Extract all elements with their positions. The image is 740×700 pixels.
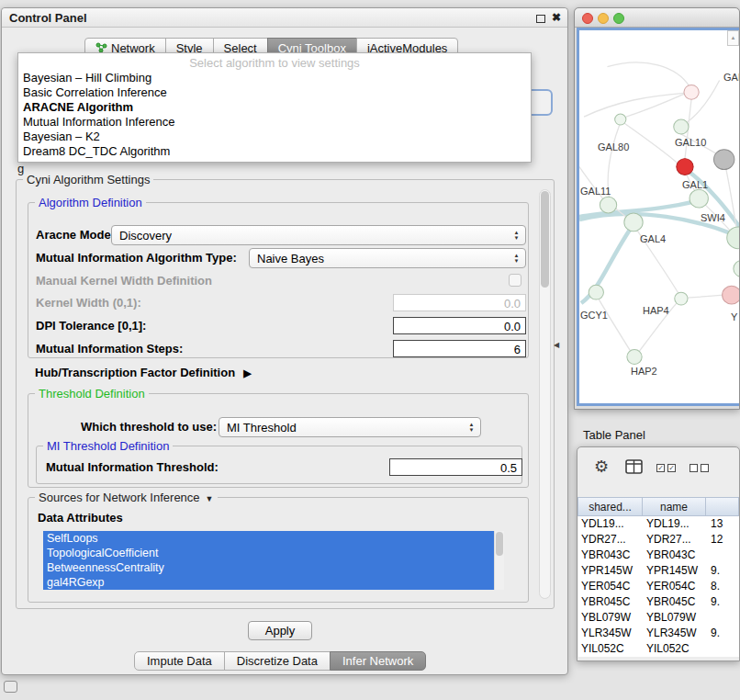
network-node-gal10[interactable]	[677, 159, 693, 175]
select-none-icon[interactable]	[690, 464, 709, 472]
dropdown-item-mutual-information[interactable]: Mutual Information Inference	[18, 115, 531, 130]
network-node-label: GAL10	[675, 137, 706, 148]
close-window-icon[interactable]: ✖	[552, 11, 561, 24]
scrollbar-thumb[interactable]	[496, 532, 503, 556]
attribute-list: SelfLoops TopologicalCoefficient Between…	[43, 531, 504, 590]
dropdown-item-basic-correlation[interactable]: Basic Correlation Inference	[18, 85, 531, 100]
aracne-mode-label: Aracne Mode:	[36, 228, 115, 242]
attribute-item-topologicalcoefficient[interactable]: TopologicalCoefficient	[43, 546, 504, 560]
network-node[interactable]	[615, 114, 626, 125]
gear-icon[interactable]: ⚙	[594, 457, 609, 477]
which-threshold-value: MI Threshold	[227, 421, 297, 435]
dropdown-item-bayesian-k2[interactable]: Bayesian – K2	[18, 130, 531, 144]
table-row[interactable]: YPR145W YPR145W 9.	[578, 563, 739, 579]
select-all-icon[interactable]: ✓ ✓	[656, 464, 676, 472]
float-window-icon[interactable]	[536, 15, 545, 23]
mi-steps-field[interactable]: 6	[393, 340, 526, 357]
attribute-item-gal4rgexp[interactable]: gal4RGexp	[43, 575, 504, 590]
mi-threshold-group: MI Threshold Definition Mutual Informati…	[36, 446, 522, 484]
table-cell	[708, 641, 739, 657]
dropdown-item-bayesian-hill-climbing[interactable]: Bayesian – Hill Climbing	[18, 71, 531, 85]
sources-toggle[interactable]: Sources for Network Inference▼	[35, 491, 218, 504]
table-row[interactable]: YDL19... YDL19... 13	[578, 516, 739, 532]
minimize-traffic-light[interactable]	[598, 13, 609, 24]
table-row[interactable]: YDR27... YDR27... 12	[578, 532, 739, 548]
table-cell: YLR345W	[578, 626, 644, 641]
mi-type-select[interactable]: Naive Bayes ▲▼	[249, 248, 526, 268]
network-scrollbar-fragment[interactable]: ▲	[727, 30, 739, 46]
table-row[interactable]: YIL052C YIL052C	[578, 641, 739, 657]
network-node[interactable]	[723, 286, 740, 304]
which-threshold-select[interactable]: MI Threshold ▲▼	[219, 417, 481, 437]
table-header-name[interactable]: name	[642, 497, 706, 516]
network-node[interactable]	[734, 261, 740, 277]
table-cell: YBL079W	[644, 610, 708, 626]
network-node-label: HAP2	[631, 366, 657, 377]
network-node-label: Y	[731, 311, 737, 322]
attribute-item-betweennesscentrality[interactable]: BetweennessCentrality	[43, 560, 504, 575]
partial-text-fragment: g	[17, 162, 24, 175]
settings-scrollbar[interactable]	[539, 189, 551, 599]
checked-box-icon: ✓	[667, 464, 676, 472]
bottom-tab-impute-data[interactable]: Impute Data	[134, 651, 225, 671]
column-selector-icon[interactable]	[625, 459, 643, 474]
table-cell: YDR27...	[644, 532, 708, 548]
network-node-label: HAP4	[643, 305, 669, 316]
dock-panel-icon[interactable]	[4, 681, 17, 693]
algorithm-dropdown: Select algorithm to view settings Bayesi…	[17, 52, 532, 163]
splitter-collapse-icon[interactable]: ◀	[554, 341, 559, 349]
network-node-gal1[interactable]	[690, 189, 708, 208]
cyni-settings-title: Cyni Algorithm Settings	[23, 173, 153, 186]
table-row[interactable]: YBL079W YBL079W	[578, 610, 739, 626]
bottom-tab-discretize-data[interactable]: Discretize Data	[224, 651, 331, 671]
network-node-label: GAL	[723, 72, 740, 83]
table-cell: YBR043C	[578, 548, 644, 563]
network-node-label: GAL80	[598, 141, 629, 152]
table-cell: YDR27...	[578, 532, 644, 548]
network-node[interactable]	[674, 119, 689, 134]
dpi-tolerance-field[interactable]: 0.0	[393, 317, 526, 334]
threshold-definition-title: Threshold Definition	[35, 387, 149, 401]
kernel-width-label: Kernel Width (0,1):	[36, 296, 141, 310]
network-node-label: GCY1	[580, 310, 608, 321]
threshold-definition-group: Threshold Definition Which threshold to …	[28, 393, 529, 488]
network-node[interactable]	[684, 85, 699, 99]
table-row[interactable]: YBR045C YBR045C 9.	[578, 594, 739, 610]
network-node-gal4[interactable]	[624, 213, 643, 231]
table-header-partial[interactable]	[705, 497, 739, 516]
table-panel-title: Table Panel	[583, 428, 645, 442]
network-nodes	[589, 85, 740, 364]
network-node-hap2[interactable]	[627, 350, 642, 365]
apply-button[interactable]: Apply	[248, 621, 312, 640]
control-panel-titlebar: Control Panel ✖	[2, 8, 567, 28]
network-canvas[interactable]: GAL80 GAL10 GAL11 GAL1 SWI4 GAL4 GCY1 HA…	[577, 28, 740, 406]
table-header-shared[interactable]: shared...	[577, 497, 643, 516]
dropdown-item-aracne[interactable]: ARACNE Algorithm	[18, 100, 531, 115]
attribute-item-selfloops[interactable]: SelfLoops	[43, 531, 504, 546]
table-panel-window: ⚙ ✓ ✓ shared... name	[577, 446, 740, 661]
network-node-gal11[interactable]	[600, 197, 616, 213]
table-cell: YER054C	[578, 579, 644, 594]
table-row[interactable]: YBR043C YBR043C	[578, 548, 739, 563]
sources-group: Sources for Network Inference▼ Data Attr…	[28, 497, 529, 603]
scrollbar-thumb[interactable]	[541, 191, 549, 288]
zoom-traffic-light[interactable]	[613, 13, 624, 24]
dropdown-item-dream8[interactable]: Dream8 DC_TDC Algorithm	[18, 144, 531, 159]
kernel-width-field: 0.0	[393, 294, 526, 311]
bottom-tab-infer-network[interactable]: Infer Network	[330, 651, 426, 671]
manual-kernel-checkbox	[509, 274, 521, 287]
aracne-mode-select[interactable]: Discovery ▲▼	[111, 225, 526, 245]
table-row[interactable]: YER054C YER054C 8.	[578, 579, 739, 594]
cyni-settings-group: Cyni Algorithm Settings Algorithm Defini…	[16, 179, 555, 609]
hub-section-toggle[interactable]: Hub/Transcription Factor Definition▶	[35, 366, 252, 379]
list-scrollbar[interactable]	[494, 531, 504, 590]
network-node-gcy1[interactable]	[589, 285, 603, 299]
network-node-label: GAL1	[682, 179, 708, 190]
mi-threshold-field[interactable]: 0.5	[389, 458, 522, 476]
close-traffic-light[interactable]	[582, 13, 593, 24]
network-node[interactable]	[675, 292, 688, 305]
mi-threshold-label: Mutual Information Threshold:	[46, 460, 219, 474]
table-cell: YDL19...	[578, 516, 644, 532]
network-node[interactable]	[713, 150, 734, 170]
table-row[interactable]: YLR345W YLR345W 9.	[578, 626, 739, 641]
